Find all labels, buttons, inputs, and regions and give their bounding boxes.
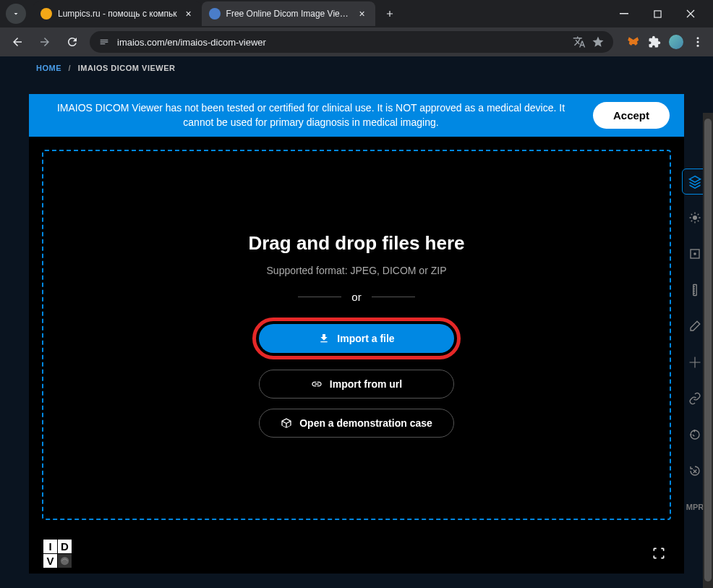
svg-point-6 — [693, 216, 697, 220]
translate-icon[interactable] — [573, 35, 586, 48]
profile-dropdown-button[interactable] — [6, 4, 26, 24]
forward-button[interactable] — [35, 32, 55, 52]
accept-button[interactable]: Accept — [593, 102, 670, 129]
file-drop-zone[interactable]: Drag and drop files here Supported forma… — [42, 150, 671, 520]
tab-title: Free Online Dicom Image Viewe — [226, 9, 351, 19]
reload-button[interactable] — [62, 32, 82, 52]
close-window-button[interactable] — [674, 0, 707, 27]
disclaimer-banner: IMAIOS DICOM Viewer has not been tested … — [29, 94, 684, 137]
or-text: or — [351, 291, 361, 303]
fullscreen-button[interactable] — [648, 542, 670, 564]
idv-logo: I D V — [43, 540, 72, 568]
tab-title: Lumpics.ru - помощь с компьк — [58, 9, 177, 19]
breadcrumb-separator: / — [69, 64, 72, 72]
tab-close-button[interactable]: × — [183, 8, 195, 20]
breadcrumb-current: IMAIOS DICOM VIEWER — [78, 64, 176, 72]
extension-metamask-icon[interactable] — [625, 34, 641, 50]
page-content: HOME / IMAIOS DICOM VIEWER IMAIOS DICOM … — [0, 56, 713, 588]
page-scrollbar[interactable] — [703, 113, 713, 588]
profile-avatar-icon[interactable] — [668, 34, 684, 50]
import-url-button[interactable]: Import from url — [259, 370, 454, 399]
browser-tab[interactable]: Lumpics.ru - помощь с компьк × — [33, 1, 202, 26]
viewer-panel: IMAIOS DICOM Viewer has not been tested … — [29, 94, 684, 574]
svg-point-2 — [697, 37, 699, 39]
svg-point-8 — [694, 253, 696, 255]
browser-titlebar: Lumpics.ru - помощь с компьк × Free Onli… — [0, 0, 713, 27]
demo-case-label: Open a demonstration case — [299, 417, 432, 429]
window-controls — [607, 0, 707, 27]
site-settings-icon[interactable] — [98, 36, 110, 48]
browser-tab[interactable]: Free Online Dicom Image Viewe × — [202, 1, 375, 26]
download-icon — [318, 333, 330, 344]
import-file-button[interactable]: Import a file — [259, 324, 454, 353]
tab-favicon-icon — [40, 8, 52, 20]
browser-toolbar: imaios.com/en/imaios-dicom-viewer — [0, 27, 713, 56]
cube-icon — [281, 417, 292, 429]
extensions-button[interactable] — [646, 34, 662, 50]
minimize-button[interactable] — [607, 0, 641, 27]
drop-subtitle: Supported format: JPEG, DICOM or ZIP — [267, 265, 447, 276]
annotation-highlight: Import a file — [252, 318, 461, 359]
drop-title: Drag and drop files here — [248, 232, 464, 255]
import-url-label: Import from url — [330, 378, 402, 390]
menu-button[interactable] — [690, 34, 706, 50]
viewer-bottom-bar: I D V — [29, 533, 684, 574]
new-tab-button[interactable] — [380, 4, 400, 24]
address-bar[interactable]: imaios.com/en/imaios-dicom-viewer — [90, 31, 613, 53]
demo-case-button[interactable]: Open a demonstration case — [259, 409, 454, 438]
disclaimer-text: IMAIOS DICOM Viewer has not been tested … — [43, 101, 578, 129]
tab-favicon-icon — [209, 8, 221, 20]
breadcrumb-home-link[interactable]: HOME — [36, 64, 61, 72]
svg-point-5 — [61, 556, 69, 564]
url-text: imaios.com/en/imaios-dicom-viewer — [117, 37, 565, 48]
link-icon — [311, 378, 323, 390]
svg-rect-1 — [654, 10, 660, 17]
svg-rect-0 — [620, 13, 628, 14]
import-file-label: Import a file — [337, 333, 394, 344]
scrollbar-thumb[interactable] — [704, 119, 712, 581]
svg-point-3 — [697, 41, 699, 43]
or-divider: or — [298, 291, 414, 303]
back-button[interactable] — [7, 32, 27, 52]
tab-close-button[interactable]: × — [356, 8, 368, 20]
breadcrumb: HOME / IMAIOS DICOM VIEWER — [0, 56, 713, 80]
svg-point-4 — [697, 45, 699, 47]
bookmark-icon[interactable] — [592, 35, 605, 48]
maximize-button[interactable] — [641, 0, 674, 27]
svg-rect-9 — [693, 285, 697, 296]
